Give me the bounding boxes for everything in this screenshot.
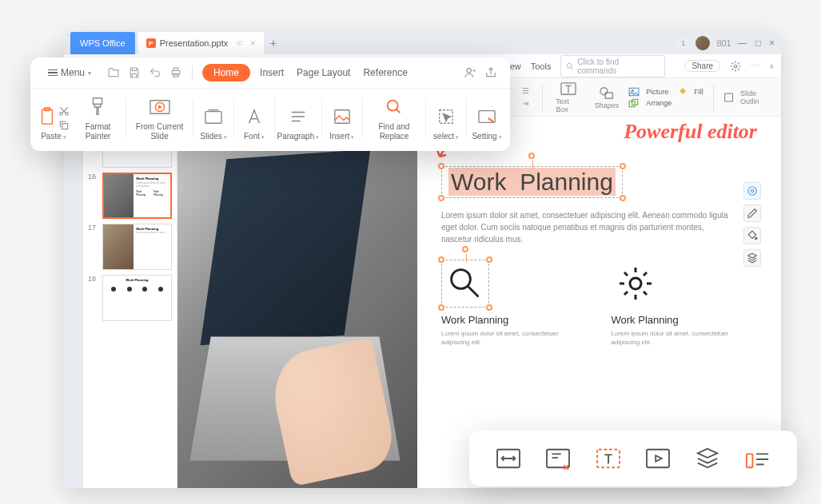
tab-reference[interactable]: Reference	[360, 64, 410, 81]
from-current-slide-button[interactable]: From Current Slide	[128, 95, 192, 141]
play-icon[interactable]	[643, 443, 673, 474]
picture-button[interactable]: Picture	[628, 87, 672, 97]
avatar[interactable]	[695, 36, 710, 50]
print-icon[interactable]	[169, 66, 182, 79]
layers-icon[interactable]	[692, 443, 723, 474]
svg-rect-19	[42, 109, 52, 124]
thumbnail-rail	[64, 117, 83, 488]
resize-handle[interactable]	[486, 304, 492, 311]
arrange-button[interactable]: Arrange	[628, 98, 672, 108]
svg-rect-35	[647, 450, 669, 467]
tab-insert[interactable]: Insert	[257, 64, 287, 81]
align-objects-icon[interactable]	[743, 443, 773, 474]
share-button[interactable]: Share	[684, 60, 720, 72]
textbox-select-icon[interactable]	[593, 443, 624, 474]
col2-body[interactable]: Lorem ipsum dolor sit amet, consectetuer…	[612, 329, 758, 347]
find-replace-button[interactable]: Find and Replace	[365, 95, 424, 141]
fill-button[interactable]: Fill	[678, 87, 703, 97]
save-icon[interactable]	[128, 66, 141, 79]
hamburger-icon	[48, 69, 58, 77]
slide-exit-icon[interactable]	[543, 443, 573, 474]
tab-page-layout[interactable]: Page Layout	[293, 64, 353, 81]
share-icon[interactable]	[484, 66, 497, 79]
copy-icon[interactable]	[58, 120, 70, 131]
floating-ribbon: Menu ▾ Home Insert Page Layout Reference	[30, 58, 510, 151]
rotate-handle-col[interactable]	[462, 246, 468, 252]
menu-button[interactable]: Menu ▾	[43, 64, 96, 81]
body-text[interactable]: Lorem ipsum dolor sit amet, consectetuer…	[441, 209, 729, 245]
resize-handle-sw[interactable]	[438, 195, 444, 201]
ai-button[interactable]	[743, 182, 761, 200]
align-right-icon[interactable]: ☰	[518, 85, 532, 97]
fill-button-ctx[interactable]	[743, 227, 761, 244]
slide-outline-button[interactable]: Slide Outlin	[723, 89, 775, 105]
indent-icon[interactable]: ⇥	[518, 98, 532, 109]
resize-handle[interactable]	[486, 256, 492, 263]
broadcast-icon[interactable]: ⊂	[237, 39, 243, 47]
collapse-icon[interactable]: ∧	[769, 62, 775, 70]
maximize-icon[interactable]: □	[755, 38, 761, 49]
context-toolbar	[743, 182, 761, 267]
svg-point-10	[748, 187, 757, 196]
resize-handle[interactable]	[438, 304, 444, 311]
paragraph-button[interactable]: Paragraph▾	[277, 95, 320, 141]
shapes-button[interactable]: Shapes	[592, 85, 623, 109]
format-painter-button[interactable]: Farmat Painter	[72, 95, 124, 141]
user-count: 801	[716, 38, 731, 48]
magnifier-icon[interactable]	[441, 260, 489, 308]
svg-point-6	[632, 89, 633, 91]
rotate-handle[interactable]	[528, 153, 535, 159]
slide-image	[177, 117, 417, 488]
paste-button[interactable]: Paste▾	[35, 95, 72, 141]
tab-document[interactable]: P Presentation.pptx ⊂ ×	[138, 32, 264, 54]
thumbnail-18[interactable]: 18 Work Planning	[88, 275, 172, 321]
resize-handle-nw[interactable]	[438, 163, 444, 169]
svg-point-0	[568, 63, 572, 68]
slide-thumbnails: 15 Work Planning P 16 Work Planning Lore…	[83, 117, 177, 488]
thumbnail-16[interactable]: 16 Work Planning Lorem ipsum dolor sit a…	[88, 173, 172, 219]
more-icon[interactable]: ⋯	[751, 61, 759, 71]
fit-width-icon[interactable]	[493, 443, 524, 474]
column-2: Work Planning Lorem ipsum dolor sit amet…	[612, 260, 758, 347]
layers-button[interactable]	[743, 249, 761, 267]
open-icon[interactable]	[107, 66, 120, 79]
select-button[interactable]: select▾	[428, 95, 464, 141]
font-button[interactable]: Font▾	[236, 95, 273, 141]
edit-button[interactable]	[743, 204, 761, 222]
svg-point-12	[755, 237, 757, 239]
title-textbox[interactable]: Work Planning	[441, 166, 623, 198]
tab-close-icon[interactable]: ×	[250, 38, 255, 48]
notification-badge[interactable]: 1	[677, 38, 689, 48]
settings-icon[interactable]	[730, 61, 741, 72]
slides-button[interactable]: Slides▾	[195, 95, 232, 141]
tab-home[interactable]: Home	[202, 64, 250, 81]
titlebar: WPS Office P Presentation.pptx ⊂ × + 1 8…	[64, 32, 781, 54]
gear-icon[interactable]	[612, 260, 660, 308]
resize-handle-ne[interactable]	[620, 163, 626, 169]
floating-bottom-toolbar	[469, 431, 797, 486]
new-tab-button[interactable]: +	[270, 37, 277, 50]
undo-icon[interactable]	[149, 66, 161, 79]
col1-body[interactable]: Lorem ipsum dolor sit amet, consectetuer…	[441, 329, 588, 347]
command-search[interactable]: Click to find commands	[560, 55, 665, 77]
menu-tools[interactable]: Tools	[531, 62, 552, 71]
svg-rect-28	[335, 110, 349, 124]
resize-handle[interactable]	[438, 256, 444, 263]
thumbnail-17[interactable]: 17 Work PlanningLorem ipsum dolor sit am…	[88, 224, 172, 270]
svg-point-18	[467, 69, 471, 73]
col2-title[interactable]: Work Planning	[612, 314, 758, 326]
cut-icon[interactable]	[58, 105, 70, 117]
column-1: Work Planning Lorem ipsum dolor sit amet…	[441, 260, 588, 347]
svg-rect-24	[94, 98, 102, 104]
col1-title[interactable]: Work Planning	[441, 314, 588, 326]
close-window-icon[interactable]: ×	[769, 38, 775, 49]
tab-app[interactable]: WPS Office	[70, 32, 135, 54]
textbox-button[interactable]: Text Box	[552, 81, 585, 113]
minimize-icon[interactable]: —	[738, 38, 747, 49]
insert-button[interactable]: Insert▾	[324, 95, 361, 141]
svg-point-11	[751, 189, 754, 192]
svg-rect-27	[205, 112, 221, 124]
resize-handle-se[interactable]	[620, 195, 626, 201]
setting-button[interactable]: Setting▾	[468, 95, 505, 141]
add-user-icon[interactable]	[464, 66, 476, 79]
